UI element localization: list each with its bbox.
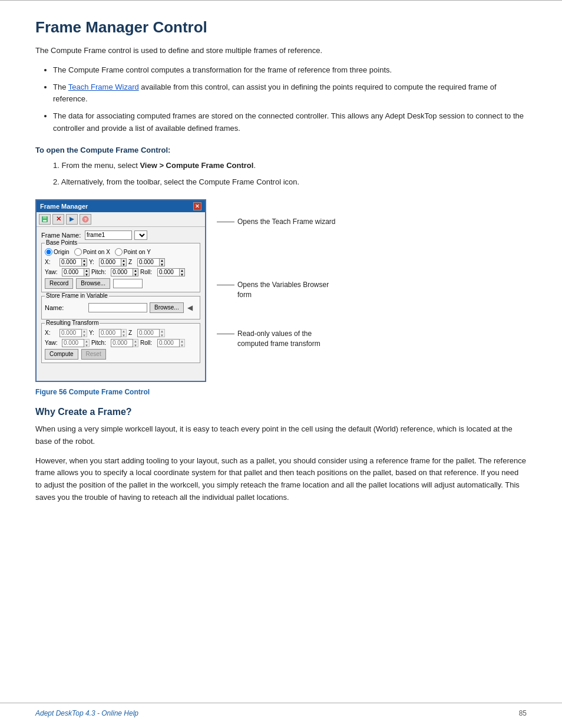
rpitch-down: ▼ xyxy=(133,344,138,348)
rypr-row: Yaw: ▲▼ Pitch: ▲▼ Roll: xyxy=(45,339,197,347)
radio-origin[interactable]: Origin xyxy=(45,248,70,256)
annotation-variables-browser: Opens the Variables Browser form xyxy=(217,280,343,300)
base-points-label: Base Points xyxy=(45,239,78,246)
dialog-toolbar: ✕ ? xyxy=(37,212,205,227)
yaw-down[interactable]: ▼ xyxy=(84,273,89,277)
roll-spinbox[interactable]: ▲▼ xyxy=(157,268,185,276)
z-spinbox[interactable]: ▲▼ xyxy=(137,258,165,266)
connector-line-2 xyxy=(217,285,234,285)
yaw-input[interactable] xyxy=(62,268,84,276)
ryaw-spinbox: ▲▼ xyxy=(62,339,90,347)
frame-manager-dialog: Frame Manager ✕ ✕ ? xyxy=(35,199,206,382)
yaw-label: Yaw: xyxy=(45,269,60,275)
arrow-icon: ◀ xyxy=(187,304,193,312)
yaw-spinbox[interactable]: ▲▼ xyxy=(62,268,90,276)
base-points-section: Base Points Origin Point on X Point o xyxy=(41,243,200,292)
footer-left-text: Adept DeskTop 4.3 - Online Help xyxy=(35,709,138,717)
name-label: Name: xyxy=(45,304,86,311)
resulting-transform-content: X: ▲▼ Y: ▲▼ Z xyxy=(45,329,197,360)
record-browse-row: Record Browse... xyxy=(45,278,197,289)
pitch-spinbox[interactable]: ▲▼ xyxy=(111,268,138,276)
browse2-button[interactable]: Browse... xyxy=(150,302,184,313)
bullet-item-2: The Teach Frame Wizard available from th… xyxy=(53,81,527,106)
x-down[interactable]: ▼ xyxy=(82,263,87,267)
toolbar-teach-btn[interactable] xyxy=(66,214,78,225)
store-name-row: Name: Browse... ◀ xyxy=(45,302,197,313)
ry-label: Y: xyxy=(89,330,97,336)
compute-button[interactable]: Compute xyxy=(45,349,78,360)
y-label: Y: xyxy=(89,259,97,265)
toolbar-save-btn[interactable] xyxy=(39,214,51,225)
connector-line-3 xyxy=(217,334,234,334)
browse-button[interactable]: Browse... xyxy=(76,278,110,289)
y-input[interactable] xyxy=(99,258,121,266)
store-frame-section: Store Frame in Variable Name: Browse... … xyxy=(41,296,200,319)
bullet-item-1: The Compute Frame control computes a tra… xyxy=(53,64,527,77)
rpitch-input xyxy=(111,339,133,347)
pitch-up[interactable]: ▲ xyxy=(133,269,138,273)
annotation-text-3: Read-only values of the computed frame t… xyxy=(237,329,343,349)
rpitch-label: Pitch: xyxy=(91,340,109,346)
roll-input[interactable] xyxy=(157,268,180,276)
frame-name-select[interactable] xyxy=(134,230,147,240)
ry-spinbox: ▲▼ xyxy=(99,329,127,337)
store-name-input[interactable] xyxy=(88,303,147,312)
roll-down[interactable]: ▼ xyxy=(180,273,184,277)
dialog-body: Frame Name: frame1 Base Points Origin xyxy=(37,227,205,370)
y-spinbox[interactable]: ▲▼ xyxy=(99,258,127,266)
x-input[interactable] xyxy=(59,258,82,266)
reset-button[interactable]: Reset xyxy=(81,349,106,360)
rroll-spinbox: ▲▼ xyxy=(157,339,185,347)
ry-input xyxy=(99,329,121,337)
toolbar-help-btn[interactable]: ? xyxy=(80,214,91,225)
radio-point-x[interactable]: Point on X xyxy=(74,248,110,256)
dialog-title: Frame Manager xyxy=(40,203,88,210)
page-title: Frame Manager Control xyxy=(35,18,527,37)
y-up[interactable]: ▲ xyxy=(121,259,126,263)
rxyz-row: X: ▲▼ Y: ▲▼ Z xyxy=(45,329,197,337)
svg-marker-3 xyxy=(70,217,74,222)
rx-down: ▼ xyxy=(82,334,87,338)
record-button[interactable]: Record xyxy=(45,278,73,289)
frame-name-input[interactable]: frame1 xyxy=(85,230,132,240)
annotation-text-1: Opens the Teach Frame wizard xyxy=(237,217,336,227)
z-up[interactable]: ▲ xyxy=(160,259,164,263)
section-heading: To open the Compute Frame Control: xyxy=(35,146,527,154)
x-label: X: xyxy=(45,259,58,265)
rz-label: Z xyxy=(128,330,135,336)
pitch-down[interactable]: ▼ xyxy=(133,273,138,277)
rz-spinbox: ▲▼ xyxy=(137,329,165,337)
z-down[interactable]: ▼ xyxy=(160,263,164,267)
rroll-down: ▼ xyxy=(180,344,184,348)
ryaw-label: Yaw: xyxy=(45,340,60,346)
figure-area: Frame Manager ✕ ✕ ? xyxy=(35,199,527,382)
ry-up: ▲ xyxy=(121,330,126,334)
numbered-list: 1. From the menu, select View > Compute … xyxy=(53,159,527,189)
yaw-up[interactable]: ▲ xyxy=(84,269,89,273)
z-input[interactable] xyxy=(137,258,160,266)
rx-up: ▲ xyxy=(82,330,87,334)
rx-label: X: xyxy=(45,330,58,336)
store-frame-content: Name: Browse... ◀ xyxy=(45,302,197,313)
svg-rect-1 xyxy=(43,216,47,219)
dialog-close-button[interactable]: ✕ xyxy=(193,202,201,210)
body-paragraph-1: When using a very simple workcell layout… xyxy=(35,423,527,448)
x-spinbox[interactable]: ▲▼ xyxy=(59,258,87,266)
radio-point-y[interactable]: Point on Y xyxy=(115,248,151,256)
body-paragraph-2: However, when you start adding tooling t… xyxy=(35,455,527,504)
x-up[interactable]: ▲ xyxy=(82,259,87,263)
rroll-label: Roll: xyxy=(140,340,156,346)
rx-spinbox: ▲▼ xyxy=(59,329,87,337)
roll-up[interactable]: ▲ xyxy=(180,269,184,273)
ryaw-input xyxy=(62,339,84,347)
toolbar-delete-btn[interactable]: ✕ xyxy=(52,214,64,225)
figure-caption-prefix: Figure 56 xyxy=(35,388,67,396)
rz-up: ▲ xyxy=(160,330,164,334)
z-label: Z xyxy=(128,259,135,265)
radio-row: Origin Point on X Point on Y xyxy=(45,248,197,256)
y-down[interactable]: ▼ xyxy=(121,263,126,267)
pitch-input[interactable] xyxy=(111,268,133,276)
teach-frame-wizard-link[interactable]: Teach Frame Wizard xyxy=(68,83,139,91)
record-text-input[interactable] xyxy=(113,279,143,288)
step-1: 1. From the menu, select View > Compute … xyxy=(53,159,527,172)
